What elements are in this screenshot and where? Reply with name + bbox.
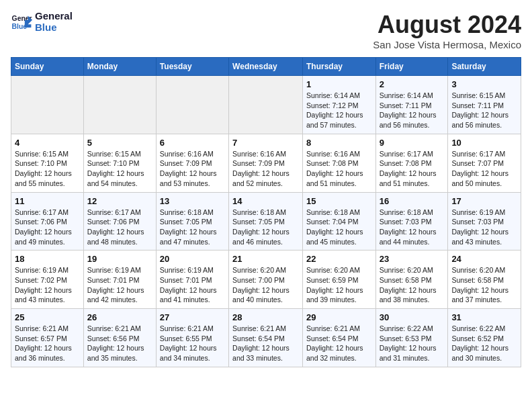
calendar-week-2: 4Sunrise: 6:15 AM Sunset: 7:10 PM Daylig… <box>11 134 521 192</box>
calendar-cell: 26Sunrise: 6:21 AM Sunset: 6:56 PM Dayli… <box>83 309 156 367</box>
logo-blue: Blue <box>35 22 73 34</box>
day-info: Sunrise: 6:22 AM Sunset: 6:53 PM Dayligh… <box>380 324 445 363</box>
day-number: 19 <box>87 254 152 264</box>
weekday-header-thursday: Thursday <box>302 58 375 76</box>
day-number: 23 <box>380 254 445 264</box>
weekday-header-wednesday: Wednesday <box>229 58 303 76</box>
calendar-cell <box>11 76 84 134</box>
day-number: 27 <box>160 312 225 322</box>
calendar-cell: 19Sunrise: 6:19 AM Sunset: 7:01 PM Dayli… <box>83 250 156 309</box>
calendar-cell: 9Sunrise: 6:17 AM Sunset: 7:08 PM Daylig… <box>375 134 448 192</box>
calendar-cell: 16Sunrise: 6:18 AM Sunset: 7:03 PM Dayli… <box>375 192 448 250</box>
month-year-title: August 2024 <box>373 11 521 39</box>
calendar-cell <box>156 76 228 134</box>
day-number: 29 <box>306 312 372 322</box>
weekday-header-tuesday: Tuesday <box>156 58 228 76</box>
day-number: 14 <box>232 196 299 206</box>
day-info: Sunrise: 6:19 AM Sunset: 7:03 PM Dayligh… <box>451 208 517 247</box>
logo: General Blue General Blue <box>11 11 73 33</box>
day-number: 28 <box>232 312 299 322</box>
weekday-header-sunday: Sunday <box>11 58 84 76</box>
day-info: Sunrise: 6:21 AM Sunset: 6:54 PM Dayligh… <box>306 324 372 363</box>
calendar-week-4: 18Sunrise: 6:19 AM Sunset: 7:02 PM Dayli… <box>11 250 521 309</box>
calendar-cell <box>229 76 303 134</box>
day-number: 22 <box>306 254 372 264</box>
calendar-cell: 14Sunrise: 6:18 AM Sunset: 7:05 PM Dayli… <box>229 192 303 250</box>
day-info: Sunrise: 6:21 AM Sunset: 6:56 PM Dayligh… <box>87 324 152 363</box>
logo-general: General <box>35 11 73 22</box>
calendar-cell: 28Sunrise: 6:21 AM Sunset: 6:54 PM Dayli… <box>229 309 303 367</box>
weekday-header-monday: Monday <box>83 58 156 76</box>
day-number: 17 <box>451 196 517 206</box>
calendar-cell: 13Sunrise: 6:18 AM Sunset: 7:05 PM Dayli… <box>156 192 228 250</box>
calendar-cell: 25Sunrise: 6:21 AM Sunset: 6:57 PM Dayli… <box>11 309 84 367</box>
day-number: 18 <box>15 254 80 264</box>
day-number: 24 <box>451 254 517 264</box>
day-number: 6 <box>160 138 225 148</box>
weekday-header-row: SundayMondayTuesdayWednesdayThursdayFrid… <box>11 58 521 76</box>
day-number: 11 <box>15 196 80 206</box>
day-info: Sunrise: 6:21 AM Sunset: 6:54 PM Dayligh… <box>232 324 299 363</box>
calendar-cell: 27Sunrise: 6:21 AM Sunset: 6:55 PM Dayli… <box>156 309 228 367</box>
calendar-cell: 3Sunrise: 6:15 AM Sunset: 7:11 PM Daylig… <box>448 76 521 134</box>
day-number: 21 <box>232 254 299 264</box>
calendar-title-area: August 2024 San Jose Vista Hermosa, Mexi… <box>373 11 521 50</box>
calendar-week-1: 1Sunrise: 6:14 AM Sunset: 7:12 PM Daylig… <box>11 76 521 134</box>
day-info: Sunrise: 6:20 AM Sunset: 6:58 PM Dayligh… <box>380 265 445 305</box>
day-info: Sunrise: 6:18 AM Sunset: 7:05 PM Dayligh… <box>160 208 225 247</box>
day-info: Sunrise: 6:15 AM Sunset: 7:11 PM Dayligh… <box>451 91 517 130</box>
day-info: Sunrise: 6:15 AM Sunset: 7:10 PM Dayligh… <box>87 149 152 189</box>
calendar-cell: 29Sunrise: 6:21 AM Sunset: 6:54 PM Dayli… <box>302 309 375 367</box>
calendar-week-5: 25Sunrise: 6:21 AM Sunset: 6:57 PM Dayli… <box>11 309 521 367</box>
day-info: Sunrise: 6:17 AM Sunset: 7:07 PM Dayligh… <box>451 149 517 189</box>
calendar-cell: 23Sunrise: 6:20 AM Sunset: 6:58 PM Dayli… <box>375 250 448 309</box>
logo-icon: General Blue <box>11 11 32 33</box>
calendar-cell: 15Sunrise: 6:18 AM Sunset: 7:04 PM Dayli… <box>302 192 375 250</box>
calendar-week-3: 11Sunrise: 6:17 AM Sunset: 7:06 PM Dayli… <box>11 192 521 250</box>
day-info: Sunrise: 6:18 AM Sunset: 7:05 PM Dayligh… <box>232 208 299 247</box>
day-number: 1 <box>306 79 372 89</box>
day-info: Sunrise: 6:22 AM Sunset: 6:52 PM Dayligh… <box>451 324 517 363</box>
calendar-cell: 5Sunrise: 6:15 AM Sunset: 7:10 PM Daylig… <box>83 134 156 192</box>
day-info: Sunrise: 6:17 AM Sunset: 7:06 PM Dayligh… <box>87 208 152 247</box>
day-number: 8 <box>306 138 372 148</box>
calendar-cell: 20Sunrise: 6:19 AM Sunset: 7:01 PM Dayli… <box>156 250 228 309</box>
day-info: Sunrise: 6:19 AM Sunset: 7:01 PM Dayligh… <box>87 265 152 305</box>
location-subtitle: San Jose Vista Hermosa, Mexico <box>373 39 521 50</box>
page-header: General Blue General Blue August 2024 Sa… <box>11 11 521 50</box>
day-info: Sunrise: 6:15 AM Sunset: 7:10 PM Dayligh… <box>15 149 80 189</box>
day-number: 13 <box>160 196 225 206</box>
calendar-cell: 2Sunrise: 6:14 AM Sunset: 7:11 PM Daylig… <box>375 76 448 134</box>
day-info: Sunrise: 6:16 AM Sunset: 7:08 PM Dayligh… <box>306 149 372 189</box>
day-info: Sunrise: 6:21 AM Sunset: 6:55 PM Dayligh… <box>160 324 225 363</box>
calendar-cell: 31Sunrise: 6:22 AM Sunset: 6:52 PM Dayli… <box>448 309 521 367</box>
day-number: 16 <box>380 196 445 206</box>
calendar-cell: 30Sunrise: 6:22 AM Sunset: 6:53 PM Dayli… <box>375 309 448 367</box>
calendar-table: SundayMondayTuesdayWednesdayThursdayFrid… <box>11 57 521 367</box>
day-number: 5 <box>87 138 152 148</box>
day-number: 4 <box>15 138 80 148</box>
day-info: Sunrise: 6:18 AM Sunset: 7:04 PM Dayligh… <box>306 208 372 247</box>
calendar-cell: 10Sunrise: 6:17 AM Sunset: 7:07 PM Dayli… <box>448 134 521 192</box>
day-info: Sunrise: 6:14 AM Sunset: 7:12 PM Dayligh… <box>306 91 372 130</box>
calendar-cell: 18Sunrise: 6:19 AM Sunset: 7:02 PM Dayli… <box>11 250 84 309</box>
calendar-cell: 21Sunrise: 6:20 AM Sunset: 7:00 PM Dayli… <box>229 250 303 309</box>
calendar-cell <box>83 76 156 134</box>
calendar-cell: 1Sunrise: 6:14 AM Sunset: 7:12 PM Daylig… <box>302 76 375 134</box>
calendar-cell: 12Sunrise: 6:17 AM Sunset: 7:06 PM Dayli… <box>83 192 156 250</box>
day-number: 12 <box>87 196 152 206</box>
calendar-cell: 24Sunrise: 6:20 AM Sunset: 6:58 PM Dayli… <box>448 250 521 309</box>
day-number: 7 <box>232 138 299 148</box>
day-info: Sunrise: 6:20 AM Sunset: 6:59 PM Dayligh… <box>306 265 372 305</box>
day-number: 10 <box>451 138 517 148</box>
day-number: 9 <box>380 138 445 148</box>
day-number: 20 <box>160 254 225 264</box>
day-info: Sunrise: 6:17 AM Sunset: 7:06 PM Dayligh… <box>15 208 80 247</box>
day-info: Sunrise: 6:19 AM Sunset: 7:02 PM Dayligh… <box>15 265 80 305</box>
day-number: 2 <box>380 79 445 89</box>
calendar-body: 1Sunrise: 6:14 AM Sunset: 7:12 PM Daylig… <box>11 76 521 367</box>
calendar-cell: 22Sunrise: 6:20 AM Sunset: 6:59 PM Dayli… <box>302 250 375 309</box>
day-number: 25 <box>15 312 80 322</box>
day-number: 30 <box>380 312 445 322</box>
day-info: Sunrise: 6:16 AM Sunset: 7:09 PM Dayligh… <box>232 149 299 189</box>
